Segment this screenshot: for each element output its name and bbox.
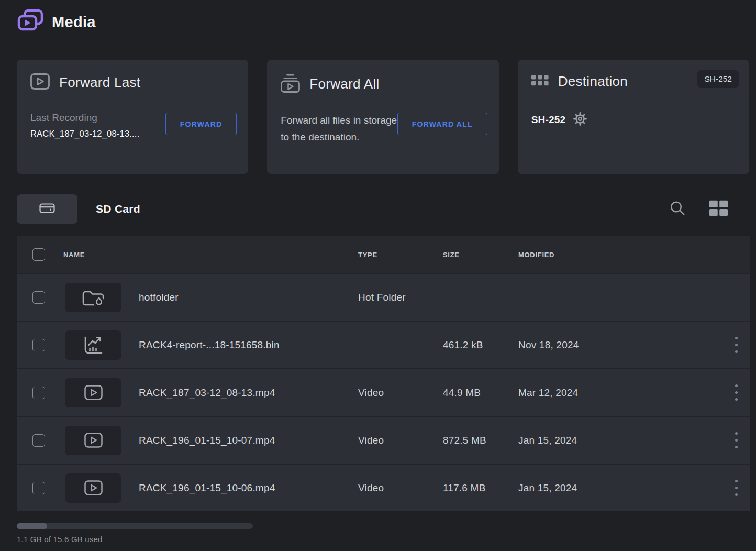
storage-name: SD Card [96,203,140,215]
grid-view-button[interactable] [709,201,728,218]
storage-toolbar: SD Card [17,194,749,224]
forward-all-description: Forward all files in storage to the dest… [281,112,401,146]
media-icon [17,9,43,35]
row-checkbox[interactable] [32,482,45,494]
kebab-menu-icon [735,432,738,435]
hot-folder-icon [81,288,105,307]
table-row: RACK4-report-...18-151658.bin 461.2 kB N… [17,321,750,368]
file-name[interactable]: hotfolder [139,292,179,303]
card-title: Destination [558,73,628,90]
horizontal-scrollbar[interactable] [17,523,253,529]
last-recording-filename: RACK_187_03-12_08-13.... [30,129,139,139]
file-type: Hot Folder [358,292,406,303]
kebab-menu-icon [735,337,738,339]
storage-usage-text: 1.1 GB of 15.6 GB used [17,535,103,544]
file-modified: Mar 12, 2024 [518,387,578,399]
kebab-menu-icon [735,480,738,482]
table-body: hotfolder Hot Folder [17,273,750,511]
kebab-menu-icon [735,384,738,387]
file-name[interactable]: RACK_196_01-15_10-06.mp4 [139,482,275,494]
media-table: NAME TYPE SIZE MODIFIED [17,236,750,511]
last-recording-label: Last Recording [30,112,97,124]
forward-button[interactable]: FORWARD [165,113,237,135]
cards-row: Forward Last Last Recording RACK_187_03-… [17,60,749,174]
forward-all-icon [281,73,300,95]
row-menu-button[interactable] [730,382,742,403]
file-size: 117.6 MB [443,482,486,494]
file-type: Video [358,482,384,494]
sd-drive-icon [39,202,55,216]
table-row: RACK_187_03-12_08-13.mp4 Video 44.9 MB M… [17,368,750,416]
video-play-icon [84,480,103,495]
table-row: hotfolder Hot Folder [17,273,750,321]
card-title: Forward Last [59,74,140,91]
file-name[interactable]: RACK4-report-...18-151658.bin [139,339,280,351]
file-size: 872.5 MB [443,435,486,446]
file-size: 461.2 kB [443,339,483,351]
file-size: 44.9 MB [443,387,481,399]
column-header-name[interactable]: NAME [63,251,85,259]
file-name[interactable]: RACK_187_03-12_08-13.mp4 [139,387,275,399]
file-thumbnail[interactable] [65,330,121,360]
row-checkbox[interactable] [32,387,45,399]
table-row: RACK_196_01-15_10-06.mp4 Video 117.6 MB … [17,464,750,511]
destination-card: Destination SH-252 SH-252 [518,60,749,174]
file-name[interactable]: RACK_196_01-15_10-07.mp4 [139,435,275,446]
file-type: Video [358,387,384,399]
grid-view-icon [709,201,728,218]
video-play-icon [84,433,103,448]
card-title: Forward All [309,76,379,92]
row-checkbox[interactable] [32,339,45,351]
forward-last-card: Forward Last Last Recording RACK_187_03-… [17,60,248,174]
forward-all-button[interactable]: FORWARD ALL [397,113,487,135]
search-icon [670,201,685,218]
column-header-size[interactable]: SIZE [443,251,460,259]
page-title: Media [52,14,96,31]
column-header-type[interactable]: TYPE [358,251,377,259]
page-header: Media [17,9,96,35]
forward-all-card: Forward All Forward all files in storage… [267,60,498,174]
destination-value: SH-252 [531,114,566,126]
row-menu-button[interactable] [730,335,742,356]
file-modified: Nov 18, 2024 [518,339,579,351]
media-screen: Media Forward Last Last Recording RACK_1… [0,0,756,551]
table-header: NAME TYPE SIZE MODIFIED [17,236,750,273]
file-thumbnail[interactable] [65,283,121,312]
chart-report-icon [83,336,104,355]
scrollbar-thumb[interactable] [17,523,47,529]
file-thumbnail[interactable] [65,378,121,407]
sd-card-button[interactable] [17,194,77,224]
play-box-icon [30,73,50,92]
video-play-icon [84,385,103,400]
row-menu-button[interactable] [730,478,742,499]
select-all-checkbox[interactable] [32,248,45,261]
row-checkbox[interactable] [32,291,45,304]
file-type: Video [358,435,384,446]
destination-badge: SH-252 [697,70,739,88]
search-button[interactable] [670,201,685,218]
row-menu-button[interactable] [730,430,742,451]
destination-grid-icon [531,75,549,88]
file-modified: Jan 15, 2024 [518,435,577,446]
column-header-modified[interactable]: MODIFIED [518,251,554,259]
row-checkbox[interactable] [32,434,45,447]
table-row: RACK_196_01-15_10-07.mp4 Video 872.5 MB … [17,416,750,464]
file-thumbnail[interactable] [65,426,121,455]
gear-icon[interactable] [573,112,587,128]
file-modified: Jan 15, 2024 [518,482,577,494]
file-thumbnail[interactable] [65,473,121,503]
